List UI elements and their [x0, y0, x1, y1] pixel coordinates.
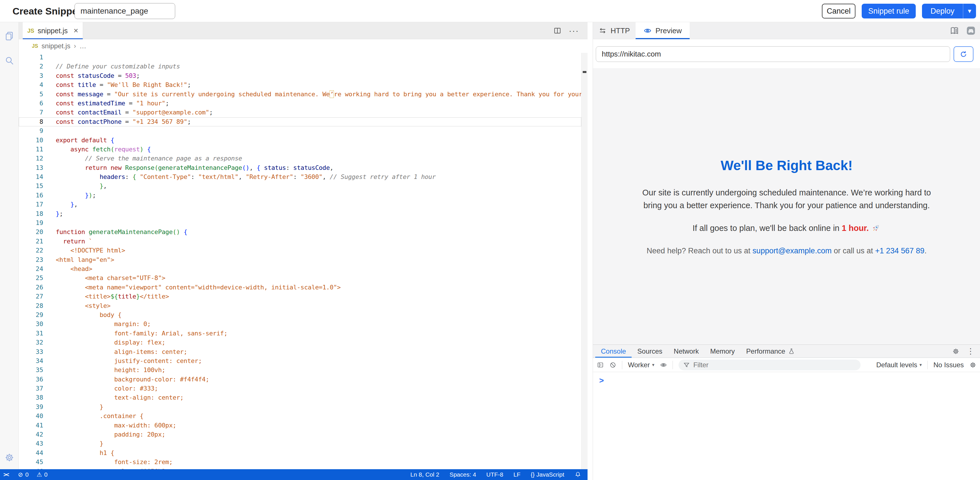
code-line[interactable]: 10export default { — [19, 136, 581, 145]
discord-icon[interactable] — [966, 26, 976, 35]
live-expression-eye-icon[interactable] — [660, 361, 667, 368]
deploy-dropdown-caret[interactable]: ▼ — [963, 4, 976, 19]
breadcrumb-file[interactable]: snippet.js — [41, 42, 70, 50]
language-mode[interactable]: {} JavaScript — [531, 471, 564, 478]
code-line[interactable]: 23<html lang="en"> — [19, 255, 581, 265]
notifications-bell-icon[interactable] — [574, 471, 581, 478]
problems-warnings[interactable]: ⚠ 0 — [37, 471, 48, 478]
code-line[interactable]: 3const statusCode = 503; — [19, 71, 581, 80]
code-line[interactable]: 42 padding: 20px; — [19, 430, 581, 439]
settings-gear-icon[interactable] — [5, 453, 14, 463]
code-editor[interactable]: 12// Define your customizable inputs3con… — [19, 53, 581, 469]
code-line[interactable]: 26 <meta name="viewport" content="width=… — [19, 283, 581, 292]
search-icon[interactable] — [5, 55, 14, 65]
console-filter[interactable] — [679, 360, 861, 371]
code-line[interactable]: 20function generateMaintenancePage() { — [19, 228, 581, 237]
devtools-tab-sources[interactable]: Sources — [632, 345, 668, 358]
code-line[interactable]: 11 async fetch(request) { — [19, 145, 581, 154]
snippet-rule-button[interactable]: Snippet rule — [862, 4, 916, 19]
code-line[interactable]: 22 <!DOCTYPE html> — [19, 246, 581, 255]
code-line[interactable]: 39 } — [19, 402, 581, 412]
code-line[interactable]: 5const message = "Our site is currently … — [19, 90, 581, 99]
code-line[interactable]: 34 justify-content: center; — [19, 356, 581, 366]
warning-icon: ⚠ — [37, 471, 42, 478]
code-line[interactable]: 18}; — [19, 209, 581, 219]
indentation[interactable]: Spaces: 4 — [450, 471, 476, 478]
code-line[interactable]: 27 <title>${title}</title> — [19, 292, 581, 301]
code-line[interactable]: 37 color: #333; — [19, 384, 581, 393]
problems-errors[interactable]: ⊘ 0 — [18, 471, 29, 478]
editor-scrollbar[interactable] — [581, 53, 587, 469]
code-line[interactable]: 46 color: #0056b3; — [19, 467, 581, 469]
files-icon[interactable] — [5, 31, 14, 41]
tab-snippet-js[interactable]: JS snippet.js × — [23, 22, 83, 39]
code-line[interactable]: 44 h1 { — [19, 448, 581, 458]
code-line[interactable]: 31 font-family: Arial, sans-serif; — [19, 329, 581, 338]
preview-url-input[interactable] — [596, 46, 950, 62]
tab-preview[interactable]: Preview — [636, 22, 690, 39]
code-line[interactable]: 40 .container { — [19, 412, 581, 421]
phone-link[interactable]: +1 234 567 89 — [875, 247, 924, 255]
split-editor-icon[interactable] — [554, 27, 562, 35]
devtools-tab-console[interactable]: Console — [595, 345, 632, 358]
code-line[interactable]: 6const estimatedTime = "1 hour"; — [19, 99, 581, 108]
clear-console-icon[interactable] — [609, 361, 616, 368]
code-line[interactable]: 12 // Serve the maintenance page as a re… — [19, 154, 581, 163]
code-line[interactable]: 7const contactEmail = "support@example.c… — [19, 108, 581, 117]
toolbar-divider — [673, 361, 673, 369]
devtools-kebab-menu-icon[interactable]: ⋮ — [967, 347, 975, 356]
support-email-link[interactable]: support@example.com — [752, 247, 832, 255]
code-line[interactable]: 4const title = "We'll Be Right Back!"; — [19, 80, 581, 89]
eol-sequence[interactable]: LF — [514, 471, 521, 478]
tab-http[interactable]: HTTP — [593, 22, 636, 39]
code-line[interactable]: 29 body { — [19, 310, 581, 320]
code-line[interactable]: 8const contactPhone = "+1 234 567 89"; — [19, 117, 581, 127]
console-sidebar-toggle-icon[interactable] — [597, 361, 604, 368]
issues-counter[interactable]: No Issues — [933, 361, 964, 369]
refresh-button[interactable] — [953, 46, 974, 62]
code-line[interactable]: 1 — [19, 53, 581, 62]
cursor-position[interactable]: Ln 8, Col 2 — [410, 471, 439, 478]
code-line[interactable]: 14 headers: { "Content-Type": "text/html… — [19, 173, 581, 182]
code-line[interactable]: 36 background-color: #f4f4f4; — [19, 375, 581, 384]
code-line[interactable]: 19 — [19, 219, 581, 228]
cancel-button[interactable]: Cancel — [822, 4, 856, 19]
console-settings-gear-icon[interactable] — [969, 361, 976, 368]
code-line[interactable]: 24 <head> — [19, 265, 581, 274]
code-line[interactable]: 15 }, — [19, 182, 581, 190]
console-prompt[interactable]: > — [593, 372, 980, 385]
code-line[interactable]: 17 }, — [19, 200, 581, 209]
code-line[interactable]: 2// Define your customizable inputs — [19, 62, 581, 71]
encoding[interactable]: UTF-8 — [486, 471, 503, 478]
deploy-button[interactable]: Deploy — [922, 4, 963, 19]
log-levels-selector[interactable]: Default levels▾ — [876, 361, 922, 369]
more-actions-icon[interactable]: ··· — [569, 26, 579, 35]
devtools-settings-gear-icon[interactable] — [952, 348, 959, 355]
code-line[interactable]: 38 text-align: center; — [19, 393, 581, 402]
code-line[interactable]: 13 return new Response(generateMaintenan… — [19, 163, 581, 173]
remote-indicator-icon[interactable]: >< — [3, 472, 10, 478]
devtools-tab-memory[interactable]: Memory — [705, 345, 741, 358]
filter-input[interactable] — [693, 361, 824, 369]
code-line[interactable]: 43 } — [19, 439, 581, 448]
code-line[interactable]: 41 max-width: 600px; — [19, 421, 581, 430]
code-line[interactable]: 28 <style> — [19, 301, 581, 310]
header-actions: Cancel Snippet rule Deploy ▼ — [822, 4, 976, 19]
breadcrumb[interactable]: JS snippet.js › … — [19, 39, 587, 53]
docs-book-icon[interactable] — [950, 26, 959, 35]
code-line[interactable]: 30 margin: 0; — [19, 320, 581, 329]
code-line[interactable]: 9 — [19, 127, 581, 135]
code-line[interactable]: 45 font-size: 2rem; — [19, 458, 581, 467]
code-line[interactable]: 33 align-items: center; — [19, 347, 581, 356]
code-line[interactable]: 32 display: flex; — [19, 338, 581, 347]
devtools-tab-network[interactable]: Network — [668, 345, 705, 358]
code-line[interactable]: 21 return ` — [19, 237, 581, 246]
code-line[interactable]: 16 }); — [19, 191, 581, 200]
code-line[interactable]: 25 <meta charset="UTF-8"> — [19, 274, 581, 283]
breadcrumb-symbol[interactable]: … — [80, 42, 86, 50]
devtools-tab-performance[interactable]: Performance — [741, 345, 800, 358]
tab-close-icon[interactable]: × — [74, 27, 78, 35]
snippet-name-input[interactable] — [75, 3, 175, 19]
code-line[interactable]: 35 height: 100vh; — [19, 366, 581, 375]
context-selector[interactable]: Worker▾ — [628, 361, 654, 369]
